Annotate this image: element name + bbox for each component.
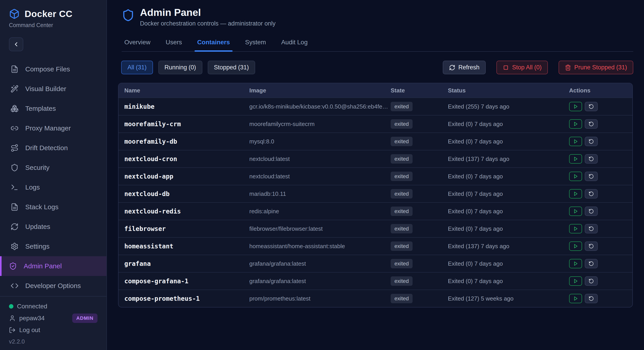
restart-container-button[interactable]: [585, 276, 598, 286]
start-container-button[interactable]: [569, 189, 582, 198]
tab-users[interactable]: Users: [163, 39, 185, 51]
state-badge: exited: [391, 119, 412, 129]
tab-containers[interactable]: Containers: [194, 39, 232, 51]
state-badge: exited: [391, 137, 412, 146]
app-version: v2.2.0: [9, 338, 98, 345]
container-status: Exited (137) 7 days ago: [448, 243, 569, 250]
column-header-image: Image: [249, 87, 391, 94]
tab-overview[interactable]: Overview: [122, 39, 153, 51]
restart-container-button[interactable]: [585, 189, 598, 198]
container-name: nextcloud-cron: [124, 155, 249, 163]
sidebar-collapse-button[interactable]: [9, 37, 23, 51]
start-container-button[interactable]: [569, 172, 582, 181]
filter-all[interactable]: All (31): [121, 61, 153, 74]
sidebar-item-proxy-manager[interactable]: Proxy Manager: [0, 118, 106, 138]
container-name: filebrowser: [124, 225, 249, 232]
container-image: moorefamilycrm-suitecrm: [249, 121, 391, 128]
restart-container-button[interactable]: [585, 154, 598, 164]
play-icon: [573, 261, 578, 266]
container-image: grafana/grafana:latest: [249, 278, 391, 285]
filter-running[interactable]: Running (0): [158, 61, 202, 74]
sidebar-item-admin-panel[interactable]: Admin Panel: [0, 256, 106, 276]
app-title: Docker CC: [24, 9, 72, 19]
page-title: Admin Panel: [140, 7, 276, 18]
sidebar-item-label: Stack Logs: [25, 203, 58, 211]
filter-stopped[interactable]: Stopped (31): [208, 61, 255, 74]
play-icon: [573, 139, 578, 144]
restart-container-button[interactable]: [585, 224, 598, 233]
container-status: Exited (0) 7 days ago: [448, 173, 569, 180]
tab-audit-log[interactable]: Audit Log: [278, 39, 310, 51]
sidebar-item-security[interactable]: Security: [0, 158, 106, 177]
file-text-icon: [10, 65, 18, 73]
admin-role-badge: ADMIN: [72, 313, 98, 323]
stop-all-button[interactable]: Stop All (0): [496, 61, 548, 74]
restart-container-button[interactable]: [585, 102, 598, 111]
start-container-button[interactable]: [569, 276, 582, 286]
restart-container-button[interactable]: [585, 207, 598, 216]
sidebar-item-templates[interactable]: Templates: [0, 99, 106, 118]
sidebar-item-label: Compose Files: [25, 65, 70, 73]
container-image: prom/prometheus:latest: [249, 295, 391, 302]
restart-container-button[interactable]: [585, 119, 598, 129]
rotate-ccw-icon: [588, 243, 594, 249]
start-container-button[interactable]: [569, 259, 582, 268]
state-badge: exited: [391, 102, 412, 111]
toolbar: All (31)Running (0)Stopped (31) Refresh …: [121, 61, 633, 74]
logout-label: Log out: [19, 326, 40, 334]
page-subtitle: Docker orchestration controls — administ…: [140, 20, 276, 27]
play-icon: [573, 209, 578, 214]
link-icon: [10, 124, 18, 132]
refresh-icon: [449, 65, 455, 71]
sidebar-item-drift-detection[interactable]: Drift Detection: [0, 138, 106, 158]
username: pepaw34: [19, 315, 45, 322]
state-badge: exited: [391, 172, 412, 181]
play-icon: [573, 191, 578, 196]
rotate-ccw-icon: [588, 209, 594, 214]
sidebar-item-developer-options[interactable]: Developer Options: [0, 276, 106, 296]
start-container-button[interactable]: [569, 294, 582, 303]
sidebar-item-logs[interactable]: Logs: [0, 177, 106, 197]
start-container-button[interactable]: [569, 137, 582, 146]
start-container-button[interactable]: [569, 119, 582, 129]
start-container-button[interactable]: [569, 102, 582, 111]
container-image: nextcloud:latest: [249, 173, 391, 180]
start-container-button[interactable]: [569, 154, 582, 164]
restart-container-button[interactable]: [585, 241, 598, 251]
container-image: gcr.io/k8s-minikube/kicbase:v0.0.50@sha2…: [249, 103, 391, 110]
rotate-ccw-icon: [588, 278, 594, 284]
table-row: nextcloud-db mariadb:10.11 exited Exited…: [118, 185, 632, 202]
main-content: Admin Panel Docker orchestration control…: [107, 0, 644, 350]
code-icon: [10, 282, 18, 290]
toolbar-actions: Refresh Stop All (0) Prune Stopped (31): [443, 61, 633, 74]
page-header: Admin Panel Docker orchestration control…: [122, 7, 633, 27]
app-subtitle: Command Center: [9, 22, 98, 29]
sidebar-item-stack-logs[interactable]: Stack Logs: [0, 197, 106, 217]
boxes-icon: [10, 105, 18, 113]
restart-container-button[interactable]: [585, 172, 598, 181]
state-badge: exited: [391, 224, 412, 233]
start-container-button[interactable]: [569, 241, 582, 251]
connection-status: Connected: [9, 303, 98, 310]
table-row: minikube gcr.io/k8s-minikube/kicbase:v0.…: [118, 98, 632, 115]
refresh-button[interactable]: Refresh: [443, 61, 486, 74]
sidebar-item-settings[interactable]: Settings: [0, 236, 106, 256]
chevron-left-icon: [13, 41, 20, 48]
table-row: nextcloud-app nextcloud:latest exited Ex…: [118, 167, 632, 185]
restart-container-button[interactable]: [585, 259, 598, 268]
restart-container-button[interactable]: [585, 294, 598, 303]
start-container-button[interactable]: [569, 207, 582, 216]
sidebar-item-visual-builder[interactable]: Visual Builder: [0, 79, 106, 99]
restart-container-button[interactable]: [585, 137, 598, 146]
container-name: minikube: [124, 103, 249, 110]
table-row: compose-prometheus-1 prom/prometheus:lat…: [118, 289, 632, 307]
container-image: nextcloud:latest: [249, 156, 391, 162]
table-row: grafana grafana/grafana:latest exited Ex…: [118, 255, 632, 272]
sidebar-item-updates[interactable]: Updates: [0, 217, 106, 236]
tab-system[interactable]: System: [242, 39, 268, 51]
prune-stopped-button[interactable]: Prune Stopped (31): [558, 61, 633, 74]
logout-button[interactable]: Log out: [9, 326, 98, 334]
container-name: homeassistant: [124, 243, 249, 250]
sidebar-item-compose-files[interactable]: Compose Files: [0, 59, 106, 79]
start-container-button[interactable]: [569, 224, 582, 233]
